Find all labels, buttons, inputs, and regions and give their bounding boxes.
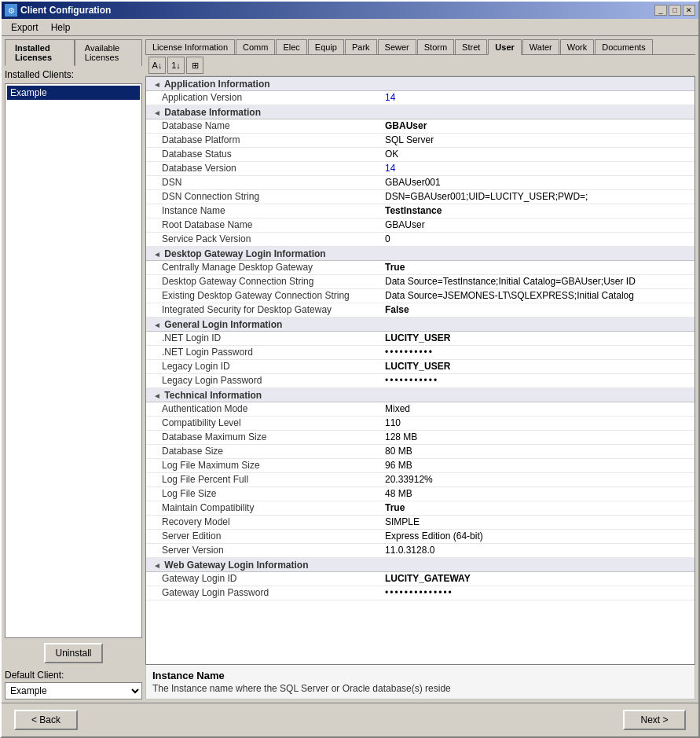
tab-available-licenses[interactable]: Available Licenses xyxy=(75,39,142,66)
tab-park[interactable]: Park xyxy=(345,39,377,54)
tab-user[interactable]: User xyxy=(488,39,521,55)
title-controls: _ □ ✕ xyxy=(654,5,695,16)
row-server-edition[interactable]: Server Edition Express Edition (64-bit) xyxy=(146,530,695,544)
row-auth-mode[interactable]: Authentication Mode Mixed xyxy=(146,402,695,417)
maximize-button[interactable]: □ xyxy=(669,5,681,16)
row-gateway-login-id[interactable]: Gateway Login ID LUCITY_GATEWAY xyxy=(146,572,695,586)
row-database-version[interactable]: Database Version 14 xyxy=(146,162,695,176)
section-header-application-info[interactable]: ◄ Application Information xyxy=(146,77,695,91)
tab-comm[interactable]: Comm xyxy=(236,39,275,54)
section-header-technical-info[interactable]: ◄ Technical Information xyxy=(146,388,695,402)
section-header-web-gateway[interactable]: ◄ Web Gateway Login Information xyxy=(146,558,695,572)
section-header-database-info[interactable]: ◄ Database Information xyxy=(146,105,695,119)
collapse-icon-technical-info: ◄ xyxy=(152,391,162,400)
key-legacy-login-password: Legacy Login Password xyxy=(146,374,382,387)
license-tabs: Installed Licenses Available Licenses xyxy=(5,39,142,66)
key-legacy-login-id: Legacy Login ID xyxy=(146,360,382,373)
key-database-platform: Database Platform xyxy=(146,134,382,147)
row-net-login-id[interactable]: .NET Login ID LUCITY_USER xyxy=(146,332,695,346)
key-log-size: Log File Size xyxy=(146,487,382,501)
row-centrally-manage[interactable]: Centrally Manage Desktop Gateway True xyxy=(146,261,695,275)
row-log-max-size[interactable]: Log File Maximum Size 96 MB xyxy=(146,459,695,473)
tab-license-information[interactable]: License Information xyxy=(145,39,235,54)
menu-export[interactable]: Export xyxy=(5,20,45,35)
row-service-pack-version[interactable]: Service Pack Version 0 xyxy=(146,233,695,247)
val-root-database-name: GBAUser xyxy=(382,218,695,232)
default-client-select[interactable]: Example xyxy=(5,682,142,699)
tab-installed-licenses[interactable]: Installed Licenses xyxy=(5,39,75,66)
val-database-status: OK xyxy=(382,148,695,161)
section-label-application-info: ◄ Application Information xyxy=(146,78,382,90)
val-maintain-compat: True xyxy=(382,501,695,515)
val-dsn-connection-string: DSN=GBAUser001;UID=LUCITY_USER;PWD=; xyxy=(382,190,695,204)
row-net-login-password[interactable]: .NET Login Password •••••••••• xyxy=(146,346,695,360)
tab-water[interactable]: Water xyxy=(522,39,559,54)
back-button[interactable]: < Back xyxy=(14,710,78,730)
row-maintain-compat[interactable]: Maintain Compatibility True xyxy=(146,501,695,516)
sort-num-button[interactable]: 1↓ xyxy=(167,57,185,74)
val-log-percent: 20.33912% xyxy=(382,473,695,486)
tab-elec[interactable]: Elec xyxy=(276,39,306,54)
row-server-version[interactable]: Server Version 11.0.3128.0 xyxy=(146,544,695,558)
section-label-web-gateway: ◄ Web Gateway Login Information xyxy=(146,559,382,571)
row-database-status[interactable]: Database Status OK xyxy=(146,148,695,162)
info-panel: Instance Name The Instance name where th… xyxy=(145,665,695,699)
default-client-label: Default Client: xyxy=(5,670,142,681)
row-database-platform[interactable]: Database Platform SQL Server xyxy=(146,134,695,148)
key-maintain-compat: Maintain Compatibility xyxy=(146,501,382,515)
section-header-desktop-gateway[interactable]: ◄ Desktop Gateway Login Information xyxy=(146,247,695,261)
row-database-name[interactable]: Database Name GBAUser xyxy=(146,119,695,134)
installed-clients-label: Installed Clients: xyxy=(5,69,142,80)
row-legacy-login-password[interactable]: Legacy Login Password ••••••••••• xyxy=(146,374,695,388)
tab-sewer[interactable]: Sewer xyxy=(378,39,416,54)
row-recovery-model[interactable]: Recovery Model SIMPLE xyxy=(146,516,695,530)
val-compat-level: 110 xyxy=(382,417,695,430)
categorized-button[interactable]: ⊞ xyxy=(186,57,203,74)
close-button[interactable]: ✕ xyxy=(683,5,695,16)
tab-storm[interactable]: Storm xyxy=(417,39,454,54)
tab-documents[interactable]: Documents xyxy=(595,39,653,54)
val-desktop-gateway-connection: Data Source=TestInstance;Initial Catalog… xyxy=(382,275,695,288)
section-label-database-info: ◄ Database Information xyxy=(146,106,382,119)
client-item-example[interactable]: Example xyxy=(7,86,140,100)
key-recovery-model: Recovery Model xyxy=(146,516,382,529)
row-compat-level[interactable]: Compatibility Level 110 xyxy=(146,417,695,431)
uninstall-button[interactable]: Uninstall xyxy=(44,643,102,663)
row-root-database-name[interactable]: Root Database Name GBAUser xyxy=(146,218,695,233)
key-application-version: Application Version xyxy=(146,91,382,105)
val-recovery-model: SIMPLE xyxy=(382,516,695,529)
section-label-technical-info: ◄ Technical Information xyxy=(146,389,382,402)
main-window: ⚙ Client Configuration _ □ ✕ Export Help… xyxy=(0,0,700,738)
tab-stret[interactable]: Stret xyxy=(455,39,487,54)
row-gateway-login-password[interactable]: Gateway Login Password •••••••••••••• xyxy=(146,586,695,600)
row-instance-name[interactable]: Instance Name TestInstance xyxy=(146,204,695,218)
minimize-button[interactable]: _ xyxy=(654,5,667,16)
key-db-max-size: Database Maximum Size xyxy=(146,431,382,444)
row-desktop-gateway-connection[interactable]: Desktop Gateway Connection String Data S… xyxy=(146,275,695,289)
key-gateway-login-id: Gateway Login ID xyxy=(146,572,382,586)
row-existing-gateway-connection[interactable]: Existing Desktop Gateway Connection Stri… xyxy=(146,289,695,303)
tab-work[interactable]: Work xyxy=(560,39,594,54)
row-db-max-size[interactable]: Database Maximum Size 128 MB xyxy=(146,431,695,445)
row-db-size[interactable]: Database Size 80 MB xyxy=(146,445,695,459)
val-db-max-size: 128 MB xyxy=(382,431,695,444)
row-log-size[interactable]: Log File Size 48 MB xyxy=(146,487,695,501)
val-legacy-login-id: LUCITY_USER xyxy=(382,360,695,373)
row-log-percent[interactable]: Log File Percent Full 20.33912% xyxy=(146,473,695,487)
key-log-percent: Log File Percent Full xyxy=(146,473,382,486)
row-application-version[interactable]: Application Version 14 xyxy=(146,91,695,105)
row-legacy-login-id[interactable]: Legacy Login ID LUCITY_USER xyxy=(146,360,695,374)
key-database-version: Database Version xyxy=(146,162,382,175)
row-dsn-connection-string[interactable]: DSN Connection String DSN=GBAUser001;UID… xyxy=(146,190,695,204)
tab-equip[interactable]: Equip xyxy=(308,39,344,54)
key-gateway-login-password: Gateway Login Password xyxy=(146,586,382,600)
key-compat-level: Compatibility Level xyxy=(146,417,382,430)
row-dsn[interactable]: DSN GBAUser001 xyxy=(146,176,695,190)
menu-help[interactable]: Help xyxy=(45,20,77,35)
row-integrated-security[interactable]: Integrated Security for Desktop Gateway … xyxy=(146,303,695,318)
key-server-version: Server Version xyxy=(146,544,382,557)
sort-az-button[interactable]: A↓ xyxy=(148,57,166,74)
default-client-section: Default Client: Example xyxy=(5,670,142,699)
next-button[interactable]: Next > xyxy=(623,710,686,730)
section-header-general-login[interactable]: ◄ General Login Information xyxy=(146,318,695,332)
